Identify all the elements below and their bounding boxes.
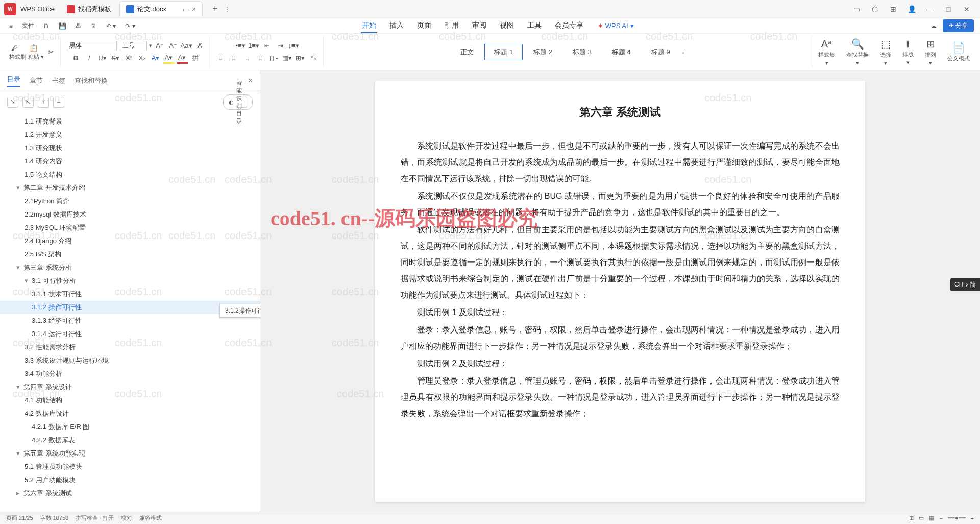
save-icon[interactable]: 💾 xyxy=(56,20,69,32)
preview-icon[interactable]: 🗎 xyxy=(88,20,100,32)
status-words[interactable]: 字数 10750 xyxy=(40,514,69,522)
grid-icon[interactable]: ⊞ xyxy=(884,2,902,16)
cut-icon[interactable]: ✂ xyxy=(46,47,56,57)
font-color-icon[interactable]: A▾ xyxy=(177,53,188,64)
read-mode-icon[interactable]: ▭ xyxy=(919,515,924,521)
tab-menu-icon[interactable]: ▭ xyxy=(183,6,189,13)
close-button[interactable]: ✕ xyxy=(958,2,976,16)
wps-ai-button[interactable]: ✦WPS AI ▾ xyxy=(598,22,634,30)
tab-template[interactable]: 找稻壳模板 xyxy=(61,2,117,17)
toc-item[interactable]: 1.3 研究现状 xyxy=(0,141,260,155)
hamburger-icon[interactable]: ≡ xyxy=(6,20,16,32)
numbering-icon[interactable]: 1≡▾ xyxy=(248,40,259,52)
font-family-select[interactable] xyxy=(66,41,117,51)
find-replace-button[interactable]: 🔍查找替换▾ xyxy=(841,36,874,68)
align-justify-icon[interactable]: ≡ xyxy=(255,53,266,64)
tab-tools[interactable]: 工具 xyxy=(526,19,543,33)
toc-item[interactable]: 5.1 管理员功能模块 xyxy=(0,460,260,473)
toc-item[interactable]: 2.3 MySQL 环境配置 xyxy=(0,221,260,234)
toc-item[interactable]: ▾第五章 系统功能实现 xyxy=(0,447,260,460)
expand-icon[interactable]: ⇱ xyxy=(22,97,34,108)
tab-document[interactable]: 论文.docx ▭ × xyxy=(119,1,203,17)
doc-mode-button[interactable]: 📄公文模式 xyxy=(942,39,975,64)
subscript-button[interactable]: X₂ xyxy=(137,53,148,64)
close-icon[interactable]: × xyxy=(192,5,196,13)
shading-icon[interactable]: ▦▾ xyxy=(281,53,292,64)
smart-toc-button[interactable]: ◐ 智能识别目录 xyxy=(223,94,253,110)
toc-item[interactable]: 1.5 论文结构 xyxy=(0,168,260,181)
toc-item[interactable]: 3.4 功能分析 xyxy=(0,367,260,380)
toc-item[interactable]: ▾第二章 开发技术介绍 xyxy=(0,181,260,195)
toc-item[interactable]: 2.4 Django 介绍 xyxy=(0,234,260,248)
plus-icon[interactable]: + xyxy=(38,97,49,108)
toc-item[interactable]: ▾第三章 系统分析 xyxy=(0,261,260,274)
underline-button[interactable]: U▾ xyxy=(97,53,108,64)
paste-icon[interactable]: 📋 xyxy=(28,43,38,53)
zoom-out-icon[interactable]: − xyxy=(939,515,942,521)
minus-icon[interactable]: − xyxy=(53,97,64,108)
style-more-icon[interactable]: ⌄ xyxy=(681,49,685,55)
superscript-button[interactable]: X² xyxy=(124,53,135,64)
toc-item[interactable]: 2.2mysql 数据库技术 xyxy=(0,208,260,221)
style-h9[interactable]: 标题 9 xyxy=(642,44,680,60)
status-mode[interactable]: 兼容模式 xyxy=(139,514,162,522)
select-button[interactable]: ⬚选择▾ xyxy=(875,36,896,68)
align-center-icon[interactable]: ≡ xyxy=(228,53,239,64)
toc-item[interactable]: 3.1.4 运行可行性 xyxy=(0,327,260,341)
status-proof[interactable]: 校对 xyxy=(121,514,132,522)
indent-dec-icon[interactable]: ⇤ xyxy=(261,40,273,52)
toc-item[interactable]: 4.1 功能结构 xyxy=(0,394,260,407)
nav-tab-find[interactable]: 查找和替换 xyxy=(75,76,108,85)
toc-item[interactable]: 1.2 开发意义 xyxy=(0,128,260,141)
undo-button[interactable]: ↶ ▾ xyxy=(103,20,119,32)
add-tab-button[interactable]: + xyxy=(209,3,221,15)
nav-close-icon[interactable]: × xyxy=(248,76,253,85)
toc-item[interactable]: 5.2 用户功能模块 xyxy=(0,473,260,487)
line-spacing-icon[interactable]: ↕≡▾ xyxy=(288,40,299,52)
file-menu[interactable]: 文件 xyxy=(19,19,37,32)
toc-item[interactable]: 2.1Python 简介 xyxy=(0,195,260,208)
collapse-icon[interactable]: ⇲ xyxy=(7,97,18,108)
bold-button[interactable]: B xyxy=(70,53,82,64)
format-painter-icon[interactable]: 🖌 xyxy=(9,43,19,53)
toc-item[interactable]: 3.1.1 技术可行性 xyxy=(0,288,260,301)
order-button[interactable]: ⊞排列▾ xyxy=(920,36,941,68)
print-icon[interactable]: 🖶 xyxy=(72,20,85,32)
tab-list-icon[interactable]: ⋮ xyxy=(224,6,230,13)
cloud-icon[interactable]: ☁ xyxy=(927,20,940,32)
ime-indicator[interactable]: CH ♪ 简 xyxy=(950,278,980,291)
clear-format-icon[interactable]: A̸ xyxy=(194,40,205,52)
tab-view[interactable]: 视图 xyxy=(499,19,515,33)
nav-tab-toc[interactable]: 目录 xyxy=(7,75,20,87)
toc-item[interactable]: 4.2.1 数据库 E/R 图 xyxy=(0,420,260,434)
toc-item[interactable]: 2.5 B/S 架构 xyxy=(0,248,260,261)
tab-page[interactable]: 页面 xyxy=(416,19,432,33)
strike-button[interactable]: S̶▾ xyxy=(110,53,121,64)
zoom-in-icon[interactable]: + xyxy=(971,515,974,521)
tab-member[interactable]: 会员专享 xyxy=(554,19,584,33)
text-effect-icon[interactable]: A▾ xyxy=(150,53,161,64)
web-mode-icon[interactable]: ▦ xyxy=(929,515,934,521)
italic-button[interactable]: I xyxy=(84,53,95,64)
zoom-slider[interactable]: ━━●━━ xyxy=(948,515,966,521)
bullets-icon[interactable]: •≡▾ xyxy=(235,40,246,52)
style-set-button[interactable]: Aᵃ样式集▾ xyxy=(813,36,840,68)
style-h1[interactable]: 标题 1 xyxy=(484,44,523,60)
view-mode-icon[interactable]: ⊞ xyxy=(909,515,914,521)
toc-item[interactable]: 3.2 性能需求分析 xyxy=(0,341,260,354)
toc-item[interactable]: ▾第四章 系统设计 xyxy=(0,380,260,394)
style-h3[interactable]: 标题 3 xyxy=(563,44,601,60)
highlight-icon[interactable]: A▾ xyxy=(163,53,175,64)
toc-item[interactable]: 4.2.2 数据库表 xyxy=(0,434,260,447)
decrease-font-icon[interactable]: A⁻ xyxy=(167,40,179,52)
arrange-button[interactable]: ⫿排版▾ xyxy=(897,36,919,68)
nav-tab-chapter[interactable]: 章节 xyxy=(30,76,43,85)
avatar-icon[interactable]: 👤 xyxy=(902,2,921,16)
indent-inc-icon[interactable]: ⇥ xyxy=(275,40,286,52)
distribute-icon[interactable]: ⫼▾ xyxy=(268,53,279,64)
minimize-button[interactable]: — xyxy=(921,2,939,16)
tab-icon[interactable]: ⇆ xyxy=(308,53,319,64)
nav-tab-bookmark[interactable]: 书签 xyxy=(52,76,65,85)
toc-item[interactable]: 3.3 系统设计规则与运行环境 xyxy=(0,354,260,367)
status-spell[interactable]: 拼写检查 · 打开 xyxy=(76,514,114,522)
